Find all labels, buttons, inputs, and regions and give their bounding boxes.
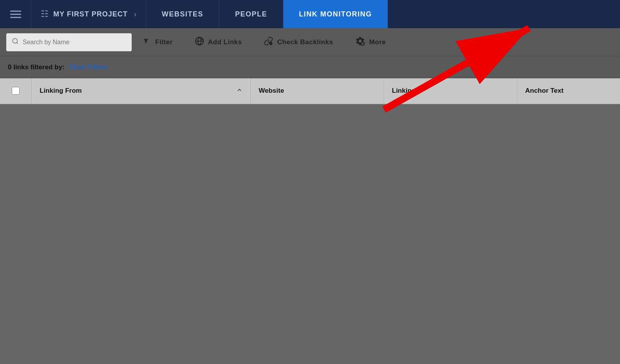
filter-button[interactable]: Filter [132,28,184,56]
project-icon: ☷ [41,9,49,19]
hamburger-icon [10,11,21,18]
more-settings-icon [355,36,365,49]
column-header-linking-from[interactable]: Linking From [31,78,251,103]
svg-point-10 [362,43,363,44]
select-all-checkbox-col[interactable] [0,87,31,95]
select-all-checkbox[interactable] [12,87,20,95]
column-header-website: Website [251,78,384,103]
more-button[interactable]: More [344,28,397,56]
search-box[interactable] [6,33,132,51]
svg-line-1 [16,42,18,43]
nav-tab-people[interactable]: PEOPLE [219,0,283,28]
svg-point-12 [363,43,364,44]
svg-point-11 [363,43,363,43]
check-backlinks-button[interactable]: ↺ Check Backlinks [253,28,344,56]
filter-bar: 0 links filtered by: Clear Filters [0,56,620,78]
nav-tab-websites[interactable]: WEBSITES [146,0,219,28]
add-links-icon [195,36,204,48]
add-links-button[interactable]: Add Links [184,28,253,56]
table-header: Linking From Website Linking? Anchor Tex… [0,78,620,104]
data-table: Linking From Website Linking? Anchor Tex… [0,78,620,104]
top-navigation: ☷ MY FIRST PROJECT › WEBSITES PEOPLE LIN… [0,0,620,28]
chevron-right-icon: › [134,10,136,18]
search-input[interactable] [23,39,126,46]
check-backlinks-icon: ↺ [264,36,273,48]
column-header-anchor-text: Anchor Text [517,78,620,103]
nav-tab-link-monitoring[interactable]: LINK MONITORING [283,0,388,28]
column-header-linking: Linking? [384,78,517,103]
svg-text:↺: ↺ [270,43,272,45]
svg-point-0 [13,38,17,43]
hamburger-menu-button[interactable] [0,0,31,28]
search-icon [12,38,19,47]
project-name: MY FIRST PROJECT [53,10,128,18]
filter-icon [143,37,151,48]
sort-icon [236,87,243,95]
clear-filters-button[interactable]: Clear Filters [69,63,108,71]
project-selector[interactable]: ☷ MY FIRST PROJECT › [31,0,146,28]
toolbar: Filter Add Links ↺ Check Backlinks [0,28,620,56]
filter-status-text: 0 links filtered by: [8,63,65,71]
